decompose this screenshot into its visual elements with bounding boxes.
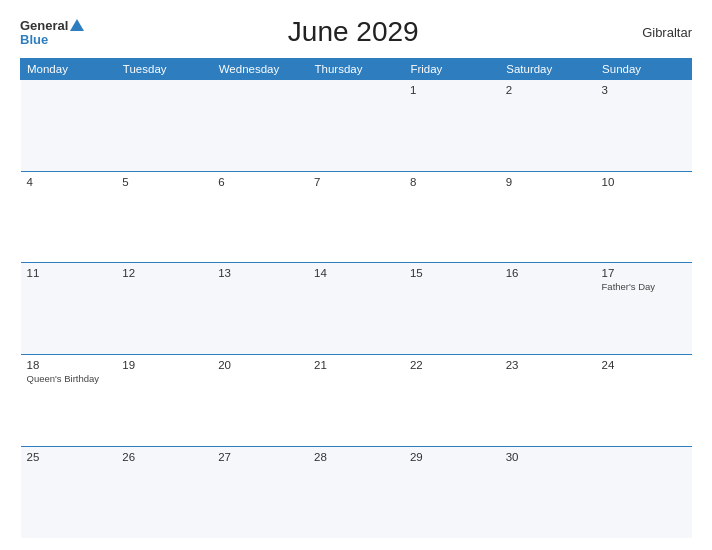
calendar-header-row: Monday Tuesday Wednesday Thursday Friday… <box>21 59 692 80</box>
calendar-cell: 26 <box>116 446 212 538</box>
calendar-cell: 30 <box>500 446 596 538</box>
calendar-cell: 17Father's Day <box>596 263 692 355</box>
calendar-cell: 22 <box>404 355 500 447</box>
day-number: 15 <box>410 267 494 279</box>
calendar-cell: 12 <box>116 263 212 355</box>
calendar-cell: 7 <box>308 171 404 263</box>
col-sunday: Sunday <box>596 59 692 80</box>
calendar-cell: 23 <box>500 355 596 447</box>
calendar-cell: 2 <box>500 80 596 172</box>
logo-general: General <box>20 19 68 32</box>
logo-triangle-icon <box>70 19 84 31</box>
calendar-cell: 27 <box>212 446 308 538</box>
calendar-cell: 16 <box>500 263 596 355</box>
logo-blue: Blue <box>20 33 48 46</box>
calendar-cell: 24 <box>596 355 692 447</box>
day-number: 23 <box>506 359 590 371</box>
calendar-cell: 21 <box>308 355 404 447</box>
day-number: 22 <box>410 359 494 371</box>
day-event: Queen's Birthday <box>27 373 111 385</box>
day-number: 16 <box>506 267 590 279</box>
calendar-cell: 29 <box>404 446 500 538</box>
calendar-cell: 3 <box>596 80 692 172</box>
calendar-page: General Blue June 2029 Gibraltar Monday … <box>0 0 712 550</box>
day-number: 9 <box>506 176 590 188</box>
day-number: 14 <box>314 267 398 279</box>
calendar-cell: 15 <box>404 263 500 355</box>
calendar-week-row: 252627282930 <box>21 446 692 538</box>
day-number: 27 <box>218 451 302 463</box>
calendar-cell: 4 <box>21 171 117 263</box>
calendar-week-row: 11121314151617Father's Day <box>21 263 692 355</box>
day-number: 12 <box>122 267 206 279</box>
logo: General Blue <box>20 19 84 46</box>
calendar-cell: 14 <box>308 263 404 355</box>
calendar-cell <box>21 80 117 172</box>
calendar-cell <box>212 80 308 172</box>
calendar-cell: 10 <box>596 171 692 263</box>
calendar-title: June 2029 <box>84 16 622 48</box>
col-thursday: Thursday <box>308 59 404 80</box>
calendar-cell: 6 <box>212 171 308 263</box>
day-event: Father's Day <box>602 281 686 293</box>
calendar-cell <box>596 446 692 538</box>
day-number: 29 <box>410 451 494 463</box>
day-number: 2 <box>506 84 590 96</box>
day-number: 6 <box>218 176 302 188</box>
calendar-cell: 28 <box>308 446 404 538</box>
calendar-cell: 20 <box>212 355 308 447</box>
day-number: 13 <box>218 267 302 279</box>
day-number: 18 <box>27 359 111 371</box>
day-number: 5 <box>122 176 206 188</box>
calendar-header: General Blue June 2029 Gibraltar <box>20 16 692 48</box>
calendar-cell: 11 <box>21 263 117 355</box>
day-number: 7 <box>314 176 398 188</box>
calendar-cell: 18Queen's Birthday <box>21 355 117 447</box>
calendar-cell: 9 <box>500 171 596 263</box>
day-number: 8 <box>410 176 494 188</box>
day-number: 11 <box>27 267 111 279</box>
day-number: 10 <box>602 176 686 188</box>
calendar-cell: 5 <box>116 171 212 263</box>
calendar-cell <box>308 80 404 172</box>
calendar-cell: 19 <box>116 355 212 447</box>
calendar-cell <box>116 80 212 172</box>
day-number: 28 <box>314 451 398 463</box>
col-wednesday: Wednesday <box>212 59 308 80</box>
day-number: 1 <box>410 84 494 96</box>
day-number: 20 <box>218 359 302 371</box>
day-number: 21 <box>314 359 398 371</box>
col-tuesday: Tuesday <box>116 59 212 80</box>
calendar-table: Monday Tuesday Wednesday Thursday Friday… <box>20 58 692 538</box>
calendar-cell: 25 <box>21 446 117 538</box>
day-number: 25 <box>27 451 111 463</box>
calendar-cell: 8 <box>404 171 500 263</box>
calendar-week-row: 18Queen's Birthday192021222324 <box>21 355 692 447</box>
day-number: 19 <box>122 359 206 371</box>
calendar-week-row: 123 <box>21 80 692 172</box>
day-number: 30 <box>506 451 590 463</box>
col-saturday: Saturday <box>500 59 596 80</box>
calendar-cell: 13 <box>212 263 308 355</box>
day-number: 17 <box>602 267 686 279</box>
col-monday: Monday <box>21 59 117 80</box>
region-label: Gibraltar <box>622 25 692 40</box>
day-number: 26 <box>122 451 206 463</box>
calendar-cell: 1 <box>404 80 500 172</box>
day-number: 3 <box>602 84 686 96</box>
calendar-week-row: 45678910 <box>21 171 692 263</box>
col-friday: Friday <box>404 59 500 80</box>
day-number: 24 <box>602 359 686 371</box>
day-number: 4 <box>27 176 111 188</box>
